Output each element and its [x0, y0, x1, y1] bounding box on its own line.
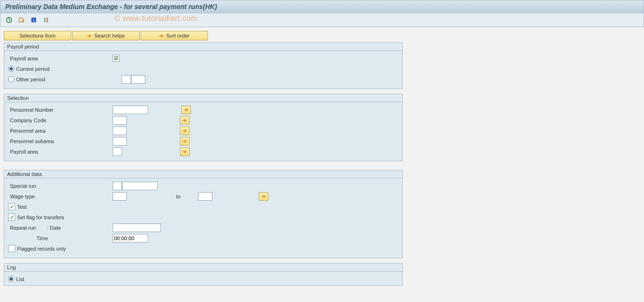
multiple-selection-button[interactable]	[180, 116, 189, 125]
repeat-run-date-input[interactable]	[113, 224, 161, 232]
to-label: to	[174, 194, 198, 199]
watermark: © www.tutorialkart.com	[114, 14, 198, 23]
sort-order-button[interactable]: ➔ Sort order	[141, 31, 208, 40]
time-label: Time	[8, 235, 113, 241]
group-title-payroll: Payroll period	[4, 43, 402, 51]
group-selection: Selection Personnel NumberCompany CodePe…	[4, 94, 403, 161]
special-run-input-2[interactable]	[122, 182, 158, 190]
flagged-only-checkbox[interactable]	[8, 245, 15, 252]
selection-field-input[interactable]	[113, 127, 127, 135]
svg-rect-5	[46, 18, 47, 22]
wage-type-label: Wage type	[8, 194, 113, 199]
flagged-only-label: Flagged records only	[17, 246, 66, 252]
payroll-area-selector[interactable]: ☑	[113, 55, 120, 62]
selection-row: Payroll area	[8, 146, 398, 156]
group-title-log: Log	[4, 263, 402, 272]
selection-field-input[interactable]	[113, 116, 127, 125]
info-icon[interactable]: i	[29, 15, 38, 25]
app-toolbar: i © www.tutorialkart.com	[0, 13, 644, 27]
group-title-additional: Additional data	[4, 170, 402, 178]
selection-field-label: Personnel area	[8, 128, 113, 134]
special-run-label: Special run	[8, 183, 113, 189]
selections-from-label: Selections from	[19, 33, 56, 39]
selection-field-input[interactable]	[113, 106, 148, 114]
search-helps-button[interactable]: ➔ Search helps	[72, 31, 140, 40]
group-additional-data: Additional data Special run Wage type to…	[4, 170, 403, 258]
wage-type-more-button[interactable]	[259, 192, 268, 201]
multiple-selection-button[interactable]	[180, 137, 189, 146]
svg-rect-6	[47, 18, 48, 22]
get-variant-icon[interactable]	[17, 15, 26, 25]
svg-text:i: i	[33, 18, 35, 23]
wage-type-to-input[interactable]	[198, 192, 212, 201]
list-label: List	[16, 276, 24, 282]
multiple-selection-button[interactable]	[180, 147, 189, 156]
set-flag-label: Set flag for transfers	[17, 214, 64, 220]
selection-row: Personnel area	[8, 126, 398, 136]
window-title-bar: Preliminary Data Medium Exchange - for s…	[0, 0, 644, 13]
current-period-label: Current period	[16, 66, 49, 72]
layout-icon[interactable]	[41, 15, 51, 25]
time-input[interactable]	[113, 234, 148, 243]
test-label: Test	[17, 204, 27, 210]
execute-icon[interactable]	[4, 15, 14, 25]
selection-field-label: Personnel subarea	[8, 138, 113, 144]
group-title-selection: Selection	[4, 94, 402, 102]
selection-row: Personnel subarea	[8, 136, 398, 146]
group-payroll-period: Payroll period Payroll area ☑ Current pe…	[4, 42, 403, 89]
main-content: Selections from ➔ Search helps ➔ Sort or…	[0, 27, 644, 301]
svg-rect-4	[44, 18, 45, 22]
selection-field-label: Personnel Number	[8, 107, 113, 113]
selection-field-input[interactable]	[113, 137, 127, 146]
window-title: Preliminary Data Medium Exchange - for s…	[5, 3, 217, 10]
test-checkbox[interactable]: ✓	[8, 203, 15, 210]
svg-rect-1	[19, 18, 23, 22]
selections-from-button[interactable]: Selections from	[4, 31, 71, 40]
date-sub-label: : Date	[47, 225, 113, 231]
special-run-input-1[interactable]	[113, 182, 122, 190]
set-flag-checkbox[interactable]: ✓	[8, 214, 15, 221]
arrow-right-icon: ➔	[159, 33, 163, 39]
other-period-label: Other period	[16, 77, 111, 82]
selection-field-input[interactable]	[113, 147, 122, 156]
selection-button-row: Selections from ➔ Search helps ➔ Sort or…	[4, 31, 640, 40]
multiple-selection-button[interactable]	[181, 106, 191, 114]
list-radio[interactable]	[8, 276, 14, 282]
repeat-run-label: Repeat run	[8, 225, 47, 231]
search-helps-label: Search helps	[94, 33, 124, 39]
selection-row: Personnel Number	[8, 105, 398, 115]
payroll-area-label: Payroll area	[8, 56, 113, 61]
selection-field-label: Company Code	[8, 117, 113, 123]
selection-field-label: Payroll area	[8, 149, 113, 155]
sort-order-label: Sort order	[166, 33, 189, 39]
other-period-radio[interactable]	[8, 76, 14, 82]
other-period-input-1[interactable]	[122, 75, 131, 84]
other-period-input-2[interactable]	[131, 75, 145, 84]
multiple-selection-button[interactable]	[180, 127, 189, 135]
group-log: Log List	[4, 263, 403, 286]
arrow-right-icon: ➔	[87, 33, 91, 39]
selection-row: Company Code	[8, 115, 398, 125]
wage-type-from-input[interactable]	[113, 192, 127, 201]
current-period-radio[interactable]	[8, 66, 14, 72]
